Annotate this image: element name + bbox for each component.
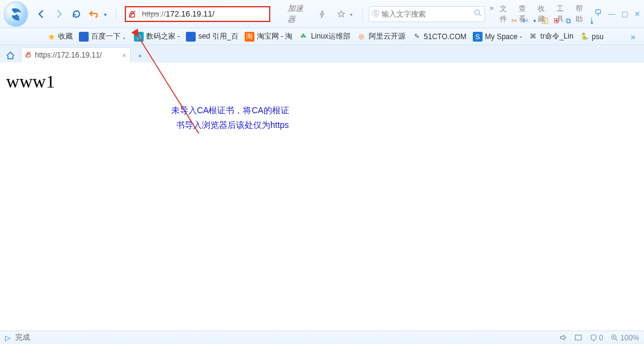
url-host: 172.16.19.11/ xyxy=(166,9,215,18)
page-content: www1 未导入CA根证书，将CA的根证 书导入浏览器后该处仅为https xyxy=(0,62,644,331)
close-icon[interactable]: ✕ xyxy=(634,10,640,18)
minimize-icon[interactable]: — xyxy=(608,10,615,18)
key-icon[interactable]: ⚿ xyxy=(541,17,549,25)
download-icon[interactable]: ⭳ xyxy=(588,17,596,25)
menu-dots-icon[interactable]: ⋯ xyxy=(576,17,583,25)
bookmarks-bar: ★ 收藏 🐾百度一下， ⌂数码之家 - 🐾sed 引用_百 淘淘宝网 - 淘 ☘… xyxy=(0,28,644,45)
home-button[interactable] xyxy=(4,49,17,62)
divider xyxy=(362,7,363,21)
svg-rect-9 xyxy=(575,335,581,340)
star-filled-icon: ★ xyxy=(48,32,56,42)
forward-button[interactable] xyxy=(51,6,66,22)
annotation-line2: 书导入浏览器后该处仅为https xyxy=(176,120,289,131)
screenshot-icon[interactable]: ✂ xyxy=(511,17,517,25)
star-icon[interactable] xyxy=(335,7,347,21)
bookmark-item[interactable]: ⌘tr命令_Lin xyxy=(528,31,574,42)
shield-status[interactable]: 0 xyxy=(590,334,604,342)
bookmark-item[interactable]: ✎51CTO.COM xyxy=(412,32,467,42)
bookmarks-overflow[interactable]: » xyxy=(627,32,639,42)
svg-line-3 xyxy=(479,15,481,17)
tab-title: https://172.16.19.11/ xyxy=(35,51,118,59)
tab-active[interactable]: https://172.16.19.11/ × xyxy=(21,47,131,62)
zoom-status[interactable]: 100% xyxy=(610,334,639,342)
tab-close-icon[interactable]: × xyxy=(122,51,127,60)
bookmark-item[interactable]: ◎阿里云开源 xyxy=(357,31,405,42)
tab-bar: https://172.16.19.11/ × ＋ xyxy=(0,45,644,62)
favorites-button[interactable]: ★ 收藏 xyxy=(48,31,73,42)
sound-icon[interactable] xyxy=(559,334,567,342)
scissors-dropdown-icon[interactable]: ▾ xyxy=(533,18,536,24)
tools-icon[interactable]: ⛨ xyxy=(553,17,561,25)
bookmark-item[interactable]: 淘淘宝网 - 淘 xyxy=(245,31,293,42)
browser-logo[interactable] xyxy=(4,1,28,27)
back-button[interactable] xyxy=(34,6,49,22)
svg-point-2 xyxy=(475,10,479,15)
maximize-icon[interactable]: ▢ xyxy=(621,10,628,18)
annotation-line1: 未导入CA根证书，将CA的根证 xyxy=(171,105,289,116)
address-bar[interactable]: https://172.16.19.11/ xyxy=(125,6,270,22)
star-dropdown-icon[interactable]: ▾ xyxy=(350,10,355,18)
lightning-icon[interactable] xyxy=(316,7,329,21)
bookmark-item[interactable]: SMy Space - xyxy=(473,32,522,42)
new-tab-button[interactable]: ＋ xyxy=(133,49,147,62)
favorites-label: 收藏 xyxy=(58,31,73,42)
bookmark-item[interactable]: 🐾百度一下， xyxy=(79,31,128,42)
extension-icons: ✂ ✄ ▾ ⚿ ⛨ ⧉ ⋯ ⭳ xyxy=(511,17,596,25)
status-bar: ▷ 完成 0 100% xyxy=(0,331,644,344)
undo-button[interactable] xyxy=(86,6,101,22)
menu-arrow: » xyxy=(490,4,494,24)
svg-rect-4 xyxy=(596,10,601,13)
reload-button[interactable] xyxy=(69,6,84,22)
search-ext-icon[interactable]: ⧉ xyxy=(566,17,571,25)
url-text[interactable]: https://172.16.19.11/ xyxy=(139,9,269,18)
search-box[interactable]: Ⓢ xyxy=(369,6,485,22)
search-engine-icon[interactable]: Ⓢ xyxy=(372,9,379,19)
window-controls: — ▢ ✕ xyxy=(594,9,640,18)
bookmark-item[interactable]: ⌂数码之家 - xyxy=(134,31,180,42)
tab-lock-icon xyxy=(25,51,31,59)
play-icon[interactable]: ▷ xyxy=(5,334,10,342)
bookmark-item[interactable]: ☘Linux运维部 xyxy=(298,31,350,42)
search-input[interactable] xyxy=(382,10,473,18)
accelerator-button[interactable]: 加速器 xyxy=(287,3,310,25)
bookmark-item[interactable]: 🐾sed 引用_百 xyxy=(186,31,238,42)
search-button[interactable] xyxy=(473,9,482,19)
url-sep: :// xyxy=(159,9,166,18)
svg-line-11 xyxy=(616,339,617,340)
divider xyxy=(116,7,116,21)
status-text: 完成 xyxy=(15,332,30,343)
url-scheme: https xyxy=(142,9,159,18)
scissors-icon[interactable]: ✄ xyxy=(522,17,528,25)
page-heading: www1 xyxy=(0,62,644,92)
undo-dropdown-icon[interactable]: ▾ xyxy=(104,10,109,18)
security-lock-icon[interactable] xyxy=(126,7,139,21)
bookmark-item[interactable]: 🐍psu xyxy=(580,32,604,42)
fullscreen-icon[interactable] xyxy=(574,334,582,342)
